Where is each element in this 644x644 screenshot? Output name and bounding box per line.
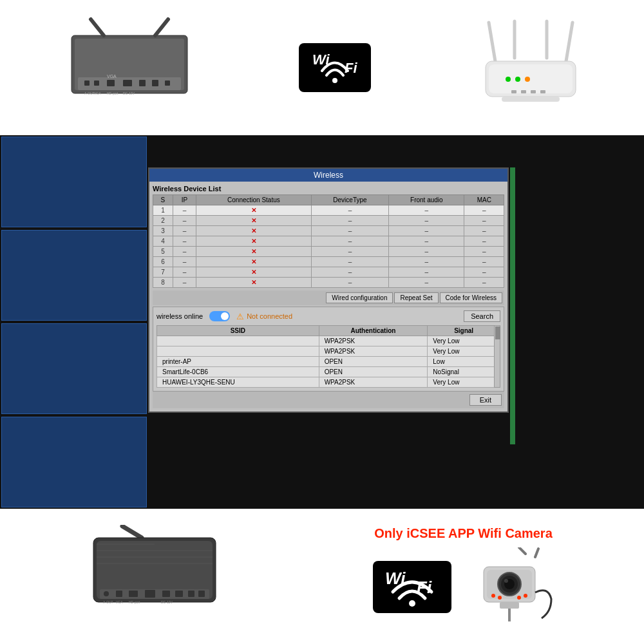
wifi-signal: NoSignal bbox=[428, 367, 500, 377]
cell-status: ✕ bbox=[196, 267, 312, 278]
sidebar-panels bbox=[0, 135, 148, 509]
cell-audio: – bbox=[389, 278, 464, 288]
wifi-badge-bottom: Fi Wi bbox=[373, 561, 451, 613]
table-row: 4 – ✕ – – – bbox=[153, 236, 504, 247]
svg-point-27 bbox=[515, 77, 520, 82]
wifi-ssid: SmartLife-0CB6 bbox=[157, 367, 319, 377]
svg-point-67 bbox=[517, 596, 521, 600]
wifi-signal: Low bbox=[428, 357, 500, 367]
svg-text:DC-12V: DC-12V bbox=[123, 91, 135, 95]
svg-rect-29 bbox=[502, 97, 560, 102]
svg-rect-9 bbox=[139, 80, 146, 86]
svg-text:DC-12V: DC-12V bbox=[161, 600, 173, 604]
wifi-table-wrap: SSID Authentication Signal WPA2PSK Very … bbox=[156, 325, 500, 388]
cell-ip: – bbox=[173, 226, 196, 236]
svg-text:Wi: Wi bbox=[312, 52, 330, 68]
middle-section: Wireless Wireless Device List S IP Conne… bbox=[0, 135, 644, 509]
svg-line-2 bbox=[91, 19, 104, 35]
svg-rect-10 bbox=[152, 80, 158, 86]
svg-point-66 bbox=[498, 596, 502, 600]
device-table: S IP Connection Status DeviceType Front … bbox=[153, 194, 504, 288]
cell-status: ✕ bbox=[196, 247, 312, 257]
list-item[interactable]: printer-AP OPEN Low bbox=[157, 357, 500, 367]
cell-audio: – bbox=[389, 216, 464, 226]
wired-config-button[interactable]: Wired configuration bbox=[326, 292, 393, 303]
exit-row: Exit bbox=[153, 392, 504, 408]
wifi-auth: WPA2PSK bbox=[319, 346, 428, 357]
table-row: 2 – ✕ – – – bbox=[153, 216, 504, 226]
svg-text:VGA: VGA bbox=[107, 74, 117, 79]
cell-device: – bbox=[311, 247, 389, 257]
nvr-device-bottom: A-OUT VGA HD-port DC-12V bbox=[90, 525, 219, 628]
wifi-scrollbar[interactable] bbox=[494, 325, 500, 388]
svg-text:Fi: Fi bbox=[417, 578, 432, 597]
svg-point-64 bbox=[504, 579, 508, 583]
cell-device: – bbox=[311, 236, 389, 247]
wifi-signal: Very Low bbox=[428, 346, 500, 357]
search-button[interactable]: Search bbox=[464, 310, 500, 322]
wifi-ssid: HUAWEI-LY3QHE-SENU bbox=[157, 377, 319, 388]
wifi-scrollbar-thumb bbox=[495, 327, 500, 339]
wifi-auth: WPA2PSK bbox=[319, 377, 428, 388]
cell-audio: – bbox=[389, 205, 464, 216]
col-s: S bbox=[153, 195, 173, 205]
exit-button[interactable]: Exit bbox=[469, 394, 502, 406]
cell-device: – bbox=[311, 226, 389, 236]
cell-status: ✕ bbox=[196, 257, 312, 267]
col-ip: IP bbox=[173, 195, 196, 205]
cell-device: – bbox=[311, 257, 389, 267]
svg-rect-47 bbox=[175, 591, 183, 597]
app-text: Only iCSEE APP Wifi Camera bbox=[374, 526, 553, 541]
wifi-ssid bbox=[157, 346, 319, 357]
dialog-titlebar: Wireless bbox=[149, 169, 507, 182]
dialog-content: Wireless Device List S IP Connection Sta… bbox=[149, 182, 507, 412]
cell-device: – bbox=[311, 216, 389, 226]
list-item[interactable]: SmartLife-0CB6 OPEN NoSignal bbox=[157, 367, 500, 377]
cell-s: 8 bbox=[153, 278, 173, 288]
svg-text:A-OUT: A-OUT bbox=[84, 91, 95, 95]
table-row: 7 – ✕ – – – bbox=[153, 267, 504, 278]
list-item[interactable]: HUAWEI-LY3QHE-SENU WPA2PSK Very Low bbox=[157, 377, 500, 388]
wifi-col-auth: Authentication bbox=[319, 326, 428, 336]
code-wireless-button[interactable]: Code for Wireless bbox=[440, 292, 502, 303]
list-item[interactable]: WPA2PSK Very Low bbox=[157, 336, 500, 346]
wifi-ssid bbox=[157, 336, 319, 346]
cell-device: – bbox=[311, 278, 389, 288]
cell-mac: – bbox=[464, 205, 504, 216]
wifi-auth: WPA2PSK bbox=[319, 336, 428, 346]
warning-icon: ⚠ bbox=[236, 312, 244, 321]
wifi-logo-top: Fi Wi bbox=[299, 43, 371, 92]
cell-status: ✕ bbox=[196, 205, 312, 216]
sidebar-panel-2 bbox=[1, 230, 147, 321]
svg-rect-48 bbox=[188, 591, 194, 597]
table-row: 8 – ✕ – – – bbox=[153, 278, 504, 288]
not-connected-status: ⚠ Not connected bbox=[236, 312, 292, 321]
wireless-toggle[interactable] bbox=[209, 311, 230, 321]
svg-rect-5 bbox=[84, 80, 90, 86]
wifi-ssid: printer-AP bbox=[157, 357, 319, 367]
sidebar-panel-1 bbox=[1, 137, 147, 227]
svg-text:VGA: VGA bbox=[94, 91, 101, 95]
repeat-set-button[interactable]: Repeat Set bbox=[394, 292, 438, 303]
camera-device bbox=[464, 547, 554, 627]
col-status: Connection Status bbox=[196, 195, 312, 205]
svg-rect-7 bbox=[107, 80, 115, 86]
router-device-top bbox=[476, 16, 579, 119]
wifi-col-ssid: SSID bbox=[157, 326, 319, 336]
svg-rect-8 bbox=[123, 80, 132, 86]
col-device: DeviceType bbox=[311, 195, 389, 205]
cell-device: – bbox=[311, 267, 389, 278]
wireless-online-section: wireless online ⚠ Not connected Search S… bbox=[153, 307, 504, 392]
cell-audio: – bbox=[389, 236, 464, 247]
svg-rect-43 bbox=[116, 591, 122, 597]
green-accent-bar bbox=[510, 167, 515, 444]
cell-s: 6 bbox=[153, 257, 173, 267]
bottom-icons-row: Fi Wi bbox=[373, 547, 554, 627]
list-item[interactable]: WPA2PSK Very Low bbox=[157, 346, 500, 357]
cell-mac: – bbox=[464, 267, 504, 278]
cell-status: ✕ bbox=[196, 226, 312, 236]
svg-rect-31 bbox=[521, 90, 526, 93]
cell-audio: – bbox=[389, 267, 464, 278]
svg-rect-45 bbox=[145, 590, 155, 598]
cell-status: ✕ bbox=[196, 236, 312, 247]
